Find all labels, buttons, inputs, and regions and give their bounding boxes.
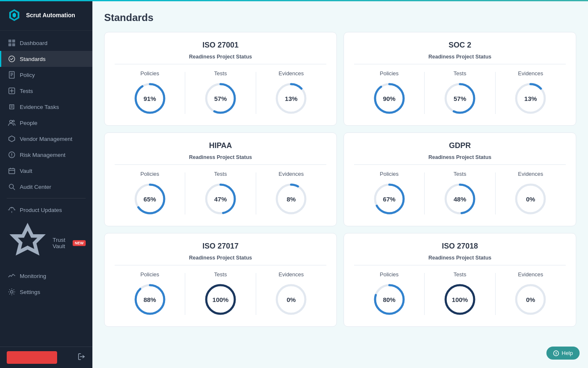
sidebar-item-vault[interactable]: Vault	[0, 163, 92, 179]
standard-name: SOC 2	[354, 41, 566, 50]
app-name-text: Scrut Automation	[26, 12, 75, 19]
progress-circle: 91%	[133, 82, 167, 115]
standard-card-hipaa[interactable]: HIPAA Readiness Project Status Policies …	[104, 132, 337, 226]
sidebar-label-policy: Policy	[20, 72, 35, 78]
circle-value: 100%	[452, 296, 468, 303]
svg-point-17	[10, 291, 13, 293]
readiness-label: Readiness Project Status	[115, 255, 326, 265]
progress-circle: 100%	[204, 283, 237, 316]
metric-label: Policies	[140, 271, 159, 278]
metrics-row: Policies 90% Tests 57%	[354, 70, 566, 115]
circle-value: 100%	[213, 296, 228, 303]
progress-circle: 0%	[514, 182, 547, 216]
nav-divider	[7, 198, 86, 199]
sidebar-item-audit-center[interactable]: Audit Center	[0, 179, 92, 195]
progress-circle: 88%	[133, 283, 167, 316]
svg-rect-3	[8, 40, 11, 42]
metric-label: Tests	[454, 171, 466, 177]
metric-item: Tests 100%	[425, 271, 495, 316]
sidebar-label-evidence-tasks: Evidence Tasks	[20, 104, 59, 110]
monitoring-icon	[8, 272, 16, 280]
readiness-label: Readiness Project Status	[354, 54, 566, 64]
standards-icon	[8, 55, 16, 63]
circle-value: 67%	[383, 196, 396, 203]
sidebar-item-evidence-tasks[interactable]: Evidence Tasks	[0, 99, 92, 115]
metric-item: Tests 48%	[425, 171, 495, 216]
sidebar-label-people: People	[20, 120, 37, 126]
circle-value: 0%	[526, 296, 535, 303]
progress-circle: 0%	[514, 283, 547, 316]
policy-icon	[8, 71, 16, 79]
metric-label: Evidences	[278, 271, 304, 278]
new-badge: NEW	[73, 240, 86, 246]
progress-circle: 57%	[443, 82, 477, 115]
sidebar-item-product-updates[interactable]: Product Updates	[0, 202, 92, 218]
progress-circle: 13%	[274, 82, 308, 115]
page-title: Standards	[104, 12, 576, 24]
circle-value: 65%	[144, 196, 156, 203]
metrics-row: Policies 67% Tests 48%	[354, 171, 566, 216]
sidebar-item-dashboard[interactable]: Dashboard	[0, 35, 92, 51]
progress-circle: 80%	[373, 283, 406, 316]
logout-icon[interactable]	[77, 352, 86, 363]
tests-icon	[8, 87, 16, 95]
sidebar-label-settings: Settings	[20, 289, 40, 295]
top-accent	[0, 0, 588, 1]
sidebar-item-risk-management[interactable]: Risk Management	[0, 147, 92, 163]
metric-label: Evidences	[278, 171, 304, 177]
updates-icon	[8, 206, 16, 214]
standard-card-iso27001[interactable]: ISO 27001 Readiness Project Status Polic…	[104, 32, 337, 126]
sidebar-label-dashboard: Dashboard	[20, 40, 47, 46]
help-button[interactable]: ? Help	[546, 347, 580, 360]
metric-label: Evidences	[278, 70, 304, 77]
evidence-icon	[8, 103, 16, 111]
sidebar-label-risk-management: Risk Management	[20, 152, 66, 158]
progress-circle: 48%	[443, 182, 477, 216]
progress-circle: 13%	[514, 82, 547, 115]
metric-label: Evidences	[518, 171, 543, 177]
circle-value: 57%	[454, 95, 466, 102]
sidebar-item-trust-vault[interactable]: Trust Vault NEW	[0, 218, 92, 268]
sidebar-label-standards: Standards	[20, 56, 46, 62]
sidebar-item-vendor-management[interactable]: Vendor Management	[0, 131, 92, 147]
metric-label: Tests	[214, 271, 227, 278]
sidebar-item-tests[interactable]: Tests	[0, 83, 92, 99]
progress-circle: 67%	[373, 182, 406, 216]
metric-label: Tests	[454, 271, 466, 278]
standards-grid: ISO 27001 Readiness Project Status Polic…	[104, 32, 576, 327]
logout-button[interactable]	[7, 351, 57, 364]
readiness-label: Readiness Project Status	[115, 54, 326, 64]
sidebar-item-settings[interactable]: Settings	[0, 284, 92, 300]
standard-card-iso27017[interactable]: ISO 27017 Readiness Project Status Polic…	[104, 233, 337, 327]
svg-text:?: ?	[555, 352, 558, 356]
standard-card-iso27018[interactable]: ISO 27018 Readiness Project Status Polic…	[344, 233, 576, 327]
standard-name: ISO 27018	[354, 242, 566, 251]
metric-item: Tests 57%	[185, 70, 255, 115]
sidebar-item-policy[interactable]: Policy	[0, 67, 92, 83]
sidebar-item-monitoring[interactable]: Monitoring	[0, 268, 92, 284]
metric-item: Policies 90%	[354, 70, 424, 115]
metric-item: Evidences 13%	[496, 70, 566, 115]
risk-icon	[8, 151, 16, 159]
circle-value: 90%	[383, 95, 396, 102]
metrics-row: Policies 80% Tests 100%	[354, 271, 566, 316]
svg-point-14	[13, 120, 14, 122]
sidebar-item-standards[interactable]: Standards	[0, 51, 92, 67]
progress-circle: 47%	[204, 182, 237, 216]
standard-card-soc2[interactable]: SOC 2 Readiness Project Status Policies …	[344, 32, 576, 126]
standard-card-gdpr[interactable]: GDPR Readiness Project Status Policies 6…	[344, 132, 576, 226]
logo-area: Scrut Automation	[0, 0, 92, 31]
sidebar: Scrut Automation Dashboard Standards Pol…	[0, 0, 92, 368]
metric-item: Evidences 13%	[256, 70, 326, 115]
sidebar-footer	[0, 347, 92, 368]
sidebar-item-people[interactable]: People	[0, 115, 92, 131]
readiness-label: Readiness Project Status	[354, 154, 566, 165]
circle-value: 47%	[214, 196, 227, 203]
svg-rect-4	[12, 40, 15, 42]
circle-value: 57%	[214, 95, 227, 102]
progress-circle: 57%	[204, 82, 237, 115]
circle-value: 88%	[144, 296, 156, 303]
metric-item: Evidences 0%	[496, 271, 566, 316]
circle-value: 0%	[526, 196, 535, 203]
svg-rect-15	[9, 169, 15, 174]
